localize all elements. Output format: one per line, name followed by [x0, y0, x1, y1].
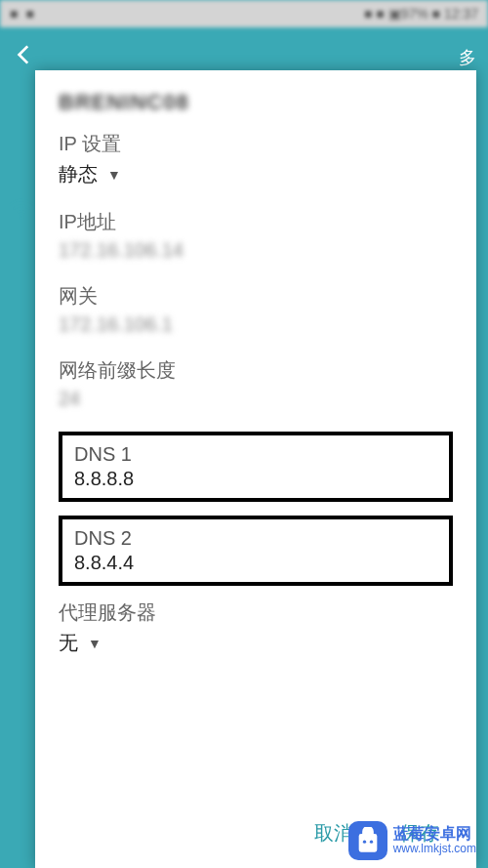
- ip-address-field[interactable]: IP地址 172.16.106.14: [59, 209, 453, 262]
- svg-point-2: [370, 841, 373, 844]
- ip-settings-value: 静态: [59, 161, 98, 187]
- gateway-value[interactable]: 172.16.106.1: [59, 313, 453, 336]
- proxy-dropdown[interactable]: 无 ▼: [59, 630, 453, 656]
- status-right: ■ ■ ▣97% ■ 12:37: [364, 6, 478, 21]
- status-bar: ■ ■ ■ ■ ▣97% ■ 12:37: [0, 0, 488, 27]
- back-icon[interactable]: [12, 42, 37, 74]
- status-indicator: ■: [25, 6, 33, 21]
- proxy-field[interactable]: 代理服务器 无 ▼: [59, 599, 453, 656]
- ip-settings-dropdown[interactable]: 静态 ▼: [59, 161, 453, 187]
- wifi-icon: [8, 195, 35, 229]
- wifi-edit-dialog: BRENINC08 IP 设置 静态 ▼ IP地址 172.16.106.14 …: [35, 70, 476, 868]
- ip-settings-label: IP 设置: [59, 131, 453, 157]
- ip-settings-field[interactable]: IP 设置 静态 ▼: [59, 131, 453, 187]
- ip-address-value[interactable]: 172.16.106.14: [59, 239, 453, 262]
- dns2-label: DNS 2: [74, 527, 437, 550]
- proxy-label: 代理服务器: [59, 599, 453, 626]
- chevron-down-icon: ▼: [107, 167, 121, 183]
- status-left: ■ ■: [10, 6, 34, 21]
- svg-point-0: [20, 216, 22, 219]
- watermark-text: 蓝莓安卓网 www.lmkjst.com: [393, 825, 476, 856]
- ip-address-label: IP地址: [59, 209, 453, 235]
- dns2-value[interactable]: 8.8.4.4: [74, 552, 437, 574]
- prefix-label: 网络前缀长度: [59, 357, 453, 384]
- watermark-cn: 蓝莓安卓网: [393, 825, 476, 843]
- status-battery-time: ■ ■ ▣97% ■ 12:37: [364, 6, 478, 21]
- watermark: 蓝莓安卓网 www.lmkjst.com: [348, 821, 476, 860]
- dns2-field[interactable]: DNS 2 8.8.4.4: [59, 516, 453, 586]
- dns1-field[interactable]: DNS 1 8.8.8.8: [59, 432, 453, 502]
- status-indicator: ■: [10, 6, 18, 21]
- dns1-value[interactable]: 8.8.8.8: [74, 468, 437, 490]
- ssid-title: BRENINC08: [59, 90, 453, 115]
- svg-point-1: [363, 841, 366, 844]
- gateway-label: 网关: [59, 283, 453, 310]
- prefix-value[interactable]: 24: [59, 388, 453, 410]
- dns1-label: DNS 1: [74, 443, 437, 466]
- proxy-value: 无: [59, 630, 78, 656]
- watermark-url: www.lmkjst.com: [393, 843, 476, 856]
- gateway-field[interactable]: 网关 172.16.106.1: [59, 283, 453, 336]
- watermark-icon: [348, 821, 387, 860]
- prefix-field[interactable]: 网络前缀长度 24: [59, 357, 453, 410]
- more-label[interactable]: 多: [459, 46, 476, 69]
- chevron-down-icon: ▼: [88, 636, 102, 651]
